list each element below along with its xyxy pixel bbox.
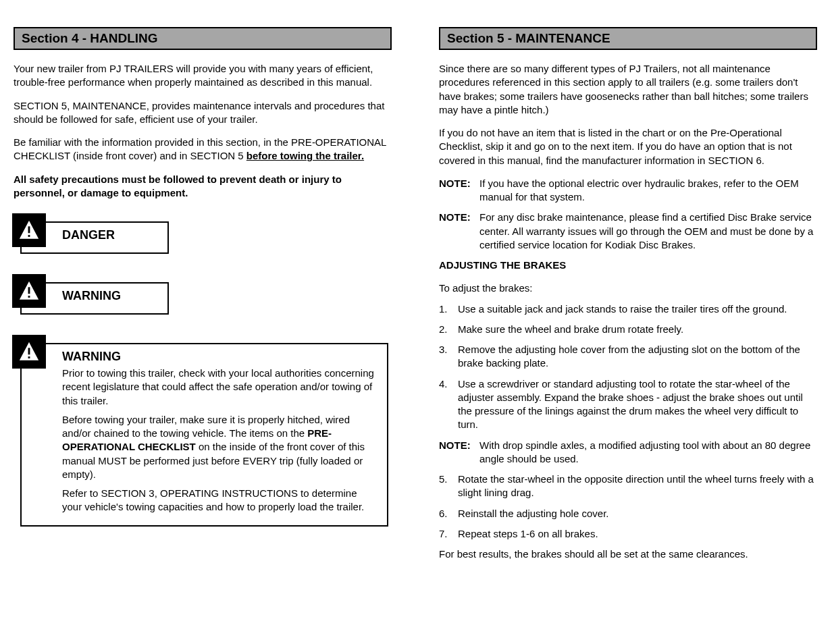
warning-box-1: WARNING — [20, 282, 169, 315]
left-paragraph-3: Be familiar with the information provide… — [14, 136, 392, 163]
svg-rect-2 — [28, 235, 30, 237]
right-intro-1: Since there are so many different types … — [439, 62, 817, 117]
step-5: 5.Rotate the star-wheel in the opposite … — [439, 473, 817, 500]
svg-rect-8 — [28, 356, 30, 358]
left-paragraph-1: Your new trailer from PJ TRAILERS will p… — [14, 62, 392, 90]
left-paragraph-2: SECTION 5, MAINTENANCE, provides mainten… — [14, 99, 392, 127]
svg-rect-5 — [28, 296, 30, 298]
svg-rect-1 — [28, 226, 30, 233]
adjust-intro: To adjust the brakes: — [439, 281, 817, 295]
warning-label-2: WARNING — [62, 350, 377, 364]
right-note-1: NOTE: If you have the optional electric … — [439, 177, 817, 205]
step-3: 3.Remove the adjusting hole cover from t… — [439, 343, 817, 371]
step-4: 4.Use a screwdriver or standard adjustin… — [439, 377, 817, 432]
step-1: 1.Use a suitable jack and jack stands to… — [439, 302, 817, 316]
step-2: 2.Make sure the wheel and brake drum rot… — [439, 323, 817, 336]
svg-rect-7 — [28, 348, 30, 354]
adjust-final: For best results, the brakes should all … — [439, 547, 817, 561]
warning-label-1: WARNING — [62, 289, 158, 303]
alert-triangle-icon — [12, 213, 46, 247]
step-6: 6.Reinstall the adjusting hole cover. — [439, 507, 817, 520]
warning-body: Prior to towing this trailer, check with… — [62, 367, 377, 514]
adjusting-brakes-title: ADJUSTING THE BRAKES — [439, 259, 817, 272]
left-paragraph-4: All safety precautions must be followed … — [14, 173, 392, 200]
step-7: 7.Repeat steps 1-6 on all brakes. — [439, 527, 817, 541]
alert-triangle-icon — [12, 274, 46, 308]
warning-box-2: WARNING Prior to towing this trailer, ch… — [20, 343, 388, 527]
step-note: NOTE: With drop spindle axles, a modifie… — [439, 439, 817, 466]
danger-label: DANGER — [62, 228, 158, 242]
right-note-2: NOTE: For any disc brake maintenance, pl… — [439, 211, 817, 252]
right-intro-2: If you do not have an item that is liste… — [439, 126, 817, 167]
alert-triangle-icon — [12, 335, 46, 369]
section-4-header: Section 4 - HANDLING — [14, 27, 392, 50]
section-5-header: Section 5 - MAINTENANCE — [439, 27, 817, 50]
svg-rect-4 — [28, 287, 30, 294]
danger-box: DANGER — [20, 221, 169, 254]
